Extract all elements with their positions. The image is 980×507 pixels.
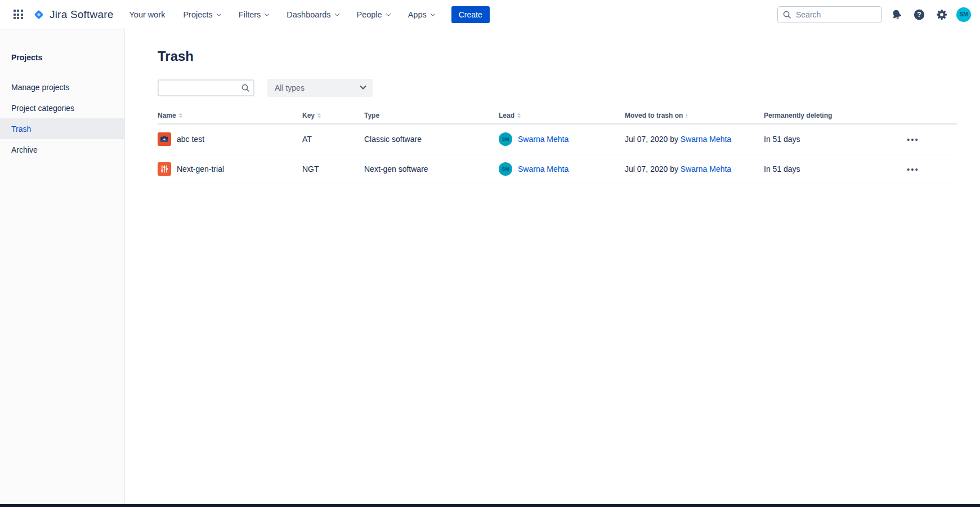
classic-project-icon <box>158 132 171 146</box>
create-button[interactable]: Create <box>451 6 490 23</box>
sidebar-heading: Projects <box>0 29 124 62</box>
sidebar-item-label: Project categories <box>11 104 74 113</box>
sidebar-item-archive[interactable]: Archive <box>0 139 124 160</box>
app-switcher-grid-icon <box>14 10 23 19</box>
project-name: abc test <box>177 135 204 144</box>
svg-text:?: ? <box>917 11 921 19</box>
project-lead-cell: SM Swarna Mehta <box>499 132 625 146</box>
moved-date-text: Jul 07, 2020 by <box>625 164 681 174</box>
top-navigation: Jira Software Your work Projects Filters… <box>0 0 980 29</box>
column-header-lead[interactable]: Lead <box>499 112 625 123</box>
nav-item-your-work[interactable]: Your work <box>122 6 172 24</box>
chevron-down-icon <box>386 11 390 16</box>
primary-menu: Your work Projects Filters Dashboards Pe… <box>122 6 441 24</box>
type-filter-dropdown[interactable]: All types <box>267 79 373 97</box>
moved-by-link[interactable]: Swarna Mehta <box>681 135 731 144</box>
nav-item-label: People <box>357 10 382 19</box>
column-header-actions <box>903 115 957 119</box>
brand-title: Jira Software <box>50 8 113 21</box>
moved-date-text: Jul 07, 2020 by <box>625 135 681 144</box>
gear-icon <box>935 8 948 21</box>
column-label: Permanently deleting <box>764 112 832 119</box>
trash-table: Name Key Type Lead Moved to trash on ↑ P… <box>158 112 957 184</box>
lead-link[interactable]: Swarna Mehta <box>518 135 569 144</box>
chevron-down-icon <box>217 11 221 16</box>
project-name-cell: abc test <box>158 132 302 146</box>
sort-icon <box>179 113 182 118</box>
project-lead-cell: SM Swarna Mehta <box>499 162 625 176</box>
sort-ascending-icon: ↑ <box>685 112 688 119</box>
trash-search-input[interactable] <box>158 79 254 96</box>
project-type-cell: Classic software <box>364 135 499 144</box>
question-mark-icon: ? <box>912 8 926 21</box>
column-label: Lead <box>499 112 514 119</box>
column-header-moved-to-trash-on[interactable]: Moved to trash on ↑ <box>625 112 764 123</box>
page-title: Trash <box>158 48 957 65</box>
nav-item-label: Your work <box>129 10 165 19</box>
project-name: Next-gen-trial <box>177 164 224 174</box>
chevron-down-icon <box>430 11 435 16</box>
nav-item-people[interactable]: People <box>350 6 397 24</box>
global-search <box>777 6 882 23</box>
help-button[interactable]: ? <box>911 7 927 23</box>
column-label: Name <box>158 112 176 119</box>
nav-item-label: Apps <box>408 10 427 19</box>
user-avatar[interactable]: SM <box>956 7 971 22</box>
more-actions-button[interactable]: ••• <box>903 163 923 176</box>
type-filter-value: All types <box>275 83 305 92</box>
nav-item-apps[interactable]: Apps <box>401 6 441 24</box>
column-label: Moved to trash on <box>625 112 683 119</box>
lead-link[interactable]: Swarna Mehta <box>518 164 569 174</box>
settings-sidebar: Projects Manage projects Project categor… <box>0 29 125 504</box>
search-icon <box>241 83 250 95</box>
permanently-deleting-cell: In 51 days <box>764 135 903 144</box>
column-header-key[interactable]: Key <box>302 112 364 123</box>
notifications-button[interactable] <box>889 7 905 23</box>
project-key-cell: AT <box>302 135 364 144</box>
row-actions-cell: ••• <box>903 133 957 146</box>
permanently-deleting-cell: In 51 days <box>764 164 903 174</box>
jira-home-link[interactable]: Jira Software <box>29 8 120 21</box>
lead-avatar: SM <box>499 132 512 146</box>
row-actions-cell: ••• <box>903 163 957 176</box>
table-header-row: Name Key Type Lead Moved to trash on ↑ P… <box>158 112 957 124</box>
sidebar-item-label: Archive <box>11 145 38 154</box>
nav-right-group: ? SM <box>777 6 971 23</box>
nextgen-project-icon <box>158 162 171 176</box>
nav-item-dashboards[interactable]: Dashboards <box>280 6 345 24</box>
table-row: Next-gen-trial NGT Next-gen software SM … <box>158 154 957 184</box>
sidebar-nav: Manage projects Project categories Trash… <box>0 77 124 160</box>
column-header-type: Type <box>364 112 499 123</box>
nav-item-filters[interactable]: Filters <box>232 6 275 24</box>
project-key-cell: NGT <box>302 164 364 174</box>
chevron-down-icon <box>360 83 366 90</box>
nav-item-label: Projects <box>183 10 212 19</box>
chevron-down-icon <box>334 11 339 16</box>
bell-icon <box>890 8 903 21</box>
column-header-permanently-deleting: Permanently deleting <box>764 112 903 123</box>
nav-item-label: Filters <box>239 10 261 19</box>
column-header-name[interactable]: Name <box>158 112 302 123</box>
sidebar-item-label: Manage projects <box>11 83 70 92</box>
column-label: Type <box>364 112 379 119</box>
project-type-cell: Next-gen software <box>364 164 499 174</box>
moved-to-trash-cell: Jul 07, 2020 by Swarna Mehta <box>625 135 764 144</box>
moved-by-link[interactable]: Swarna Mehta <box>681 164 731 174</box>
lead-avatar: SM <box>499 162 512 176</box>
global-search-input[interactable] <box>777 6 882 23</box>
project-name-cell: Next-gen-trial <box>158 162 302 176</box>
more-actions-button[interactable]: ••• <box>903 133 923 146</box>
nav-item-projects[interactable]: Projects <box>176 6 227 24</box>
app-switcher-button[interactable] <box>9 6 27 24</box>
filter-bar: All types <box>158 79 957 97</box>
settings-button[interactable] <box>934 7 950 23</box>
sidebar-item-trash[interactable]: Trash <box>0 118 124 139</box>
jira-diamond-icon <box>33 8 45 21</box>
chevron-down-icon <box>265 11 269 16</box>
sort-icon <box>517 113 521 118</box>
main-content: Trash All types Name Key <box>126 29 980 504</box>
window-bottom-edge <box>0 504 980 507</box>
nav-item-label: Dashboards <box>287 10 330 19</box>
sidebar-item-manage-projects[interactable]: Manage projects <box>0 77 124 97</box>
sidebar-item-project-categories[interactable]: Project categories <box>0 97 124 118</box>
